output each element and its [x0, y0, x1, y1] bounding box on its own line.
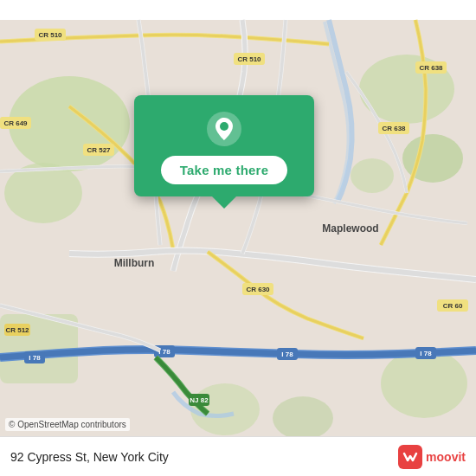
svg-text:I 78: I 78 — [29, 354, 41, 362]
address-label: 92 Cypress St, New York City — [10, 450, 169, 464]
svg-point-41 — [220, 122, 228, 131]
svg-text:CR 60: CR 60 — [443, 302, 463, 310]
attribution-text: © OpenStreetMap contributors — [9, 420, 126, 429]
svg-text:Millburn: Millburn — [114, 257, 155, 269]
svg-text:CR 512: CR 512 — [5, 326, 29, 334]
svg-text:CR 638: CR 638 — [382, 125, 406, 132]
svg-text:CR 527: CR 527 — [87, 146, 111, 154]
svg-text:CR 649: CR 649 — [3, 119, 28, 127]
svg-text:CR 510: CR 510 — [237, 55, 261, 63]
svg-point-9 — [273, 396, 333, 440]
svg-text:CR 510: CR 510 — [38, 31, 62, 39]
take-me-there-button[interactable]: Take me there — [161, 156, 287, 184]
svg-text:CR 630: CR 630 — [246, 286, 270, 293]
bottom-bar: 92 Cypress St, New York City moovit — [0, 436, 476, 476]
moovit-logo: moovit — [398, 445, 466, 469]
location-pin-icon — [206, 111, 242, 147]
svg-point-5 — [351, 158, 394, 193]
moovit-brand-icon — [398, 445, 422, 469]
map-container: I 78 I 78 I 78 I 78 NJ 82 CR 512 — [0, 0, 476, 476]
svg-text:CR 638: CR 638 — [419, 64, 443, 72]
tooltip-card: Take me there — [134, 95, 314, 196]
map-background: I 78 I 78 I 78 I 78 NJ 82 CR 512 — [0, 0, 476, 476]
moovit-text-label: moovit — [426, 450, 466, 464]
svg-text:I 78: I 78 — [420, 350, 432, 357]
svg-text:Maplewood: Maplewood — [322, 222, 378, 235]
svg-text:NJ 82: NJ 82 — [190, 396, 209, 404]
svg-text:I 78: I 78 — [281, 351, 293, 358]
map-attribution: © OpenStreetMap contributors — [5, 418, 130, 431]
